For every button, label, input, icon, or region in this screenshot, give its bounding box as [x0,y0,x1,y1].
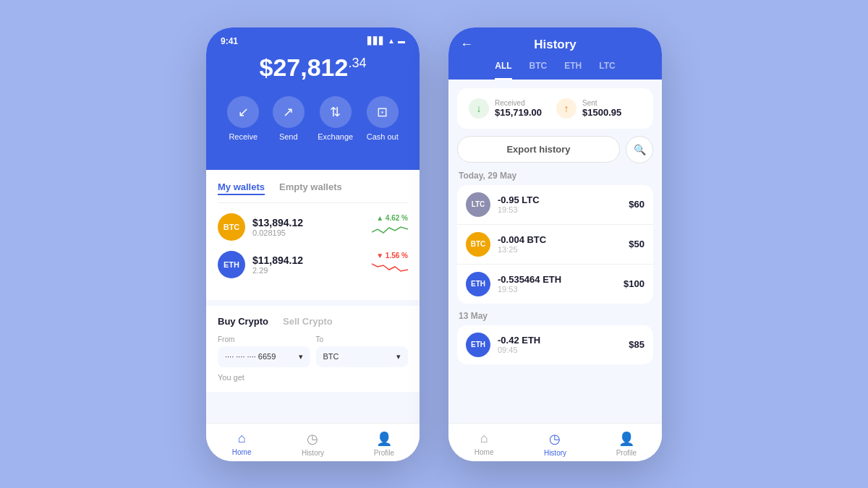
tx-btc[interactable]: BTC -0.004 BTC 13:25 $50 [457,225,653,265]
date-label-1: 13 May [448,311,662,325]
balance-main: $27,812 [260,53,349,81]
eth-tx-usd-2: $85 [629,339,644,350]
nav-home[interactable]: ⌂ Home [206,431,277,457]
status-time: 9:41 [221,36,238,46]
btc-tx-time: 13:25 [498,245,621,254]
buy-sell-section: Buy Crypto Sell Crypto From ···· ···· ··… [206,306,420,392]
receive-label: Receive [229,132,258,141]
btc-tx-usd: $50 [629,239,644,249]
eth-avatar: ETH [218,251,245,278]
eth-info: $11,894.12 2.29 [252,254,365,275]
search-button[interactable]: 🔍 [626,136,653,163]
wallet-eth[interactable]: ETH $11,894.12 2.29 ▼ 1.56 % [218,251,408,278]
btc-tx-amount: -0.004 BTC [498,234,621,245]
export-row: Export history 🔍 [448,136,662,163]
right-phone-header: ← History ALL BTC ETH LTC [448,27,662,80]
eth-tx-time-2: 09:45 [498,346,621,354]
eth-balance: $11,894.12 [252,254,365,266]
tx-ltc[interactable]: LTC -0.95 LTC 19:53 $60 [457,185,653,225]
to-chevron-icon: ▾ [396,352,401,361]
tx-eth-1[interactable]: ETH -0.535464 ETH 19:53 $100 [457,265,653,304]
sent-label: Sent [582,99,621,107]
to-select[interactable]: BTC ▾ [316,346,409,367]
you-get-label: You get [218,373,408,382]
right-profile-icon: 👤 [618,431,634,447]
btc-sub: 0.028195 [252,228,365,237]
received-label: Received [495,99,542,107]
back-button[interactable]: ← [460,37,473,52]
ltc-tx-info: -0.95 LTC 19:53 [498,194,621,214]
to-group: To BTC ▾ [316,335,409,367]
exchange-button[interactable]: ⇅ Exchange [318,96,353,141]
date-label-0: Today, 29 May [448,171,662,185]
tab-sell-crypto[interactable]: Sell Crypto [283,316,333,327]
tab-my-wallets[interactable]: My wallets [218,181,265,195]
tx-eth-2[interactable]: ETH -0.42 ETH 09:45 $85 [457,325,653,364]
sent-arrow-icon: ↑ [556,98,576,119]
eth-change: ▼ 1.56 % [372,252,408,260]
btc-tx-info: -0.004 BTC 13:25 [498,234,621,254]
history-body: ↓ Received $15,719.00 ↑ Sent $1500.95 Ex… [448,80,662,423]
cashout-button[interactable]: ⊡ Cash out [367,96,399,141]
nav-profile[interactable]: 👤 Profile [349,431,420,457]
right-nav-profile[interactable]: 👤 Profile [591,431,662,457]
tab-buy-crypto[interactable]: Buy Crypto [218,316,268,327]
sent-info: Sent $1500.95 [582,99,621,118]
right-nav-home[interactable]: ⌂ Home [448,431,519,457]
receive-icon: ↙ [227,96,259,128]
tab-btc[interactable]: BTC [529,61,548,80]
history-tabs: ALL BTC ETH LTC [460,61,650,80]
ltc-time: 19:53 [498,205,621,214]
status-icons: ▋▋▋ ▲ ▬ [367,37,405,45]
history-title: History [534,38,576,52]
home-icon: ⌂ [238,431,246,446]
tab-eth[interactable]: ETH [564,61,582,80]
right-history-icon: ◷ [549,431,561,447]
ltc-avatar: LTC [466,192,490,217]
received-arrow-icon: ↓ [469,98,489,119]
buy-sell-tabs: Buy Crypto Sell Crypto [218,316,408,327]
right-nav-profile-label: Profile [616,449,637,457]
tab-empty-wallets[interactable]: Empty wallets [279,181,342,195]
form-row: From ···· ···· ···· 6659 ▾ To BTC ▾ [218,335,408,367]
received-info: Received $15,719.00 [495,99,542,118]
tab-all[interactable]: ALL [495,61,511,80]
send-button[interactable]: ↗ Send [273,96,305,141]
history-header-row: ← History [460,38,650,52]
eth-chart-area: ▼ 1.56 % [372,252,408,277]
btc-tx-avatar: BTC [466,232,490,257]
eth-tx-amount-2: -0.42 ETH [498,335,621,346]
nav-home-label: Home [232,448,252,456]
nav-profile-label: Profile [374,449,394,457]
from-label: From [218,335,310,343]
from-chevron-icon: ▾ [299,352,303,361]
cashout-label: Cash out [367,132,399,141]
eth-tx-time-1: 19:53 [498,285,616,294]
eth-tx-info-2: -0.42 ETH 09:45 [498,335,621,354]
right-nav-history-label: History [544,449,566,457]
ltc-usd: $60 [629,199,644,210]
wifi-icon: ▲ [388,37,395,45]
eth-tx-usd-1: $100 [624,278,644,289]
export-history-button[interactable]: Export history [457,136,620,163]
right-nav-history[interactable]: ◷ History [519,431,590,457]
battery-icon: ▬ [398,37,405,45]
wallet-btc[interactable]: BTC $13,894.12 0.028195 ▲ 4.62 % [218,213,408,241]
tx-list-0: LTC -0.95 LTC 19:53 $60 BTC -0.004 BTC 1… [457,185,653,304]
btc-chart-area: ▲ 4.62 % [372,214,408,239]
left-phone-body: My wallets Empty wallets BTC $13,894.12 … [206,170,420,423]
receive-button[interactable]: ↙ Receive [227,96,259,141]
eth-tx-avatar-1: ETH [466,272,490,296]
nav-history[interactable]: ◷ History [277,431,348,457]
left-phone-header: 9:41 ▋▋▋ ▲ ▬ $27,812.34 ↙ Receive ↗ Send… [206,27,420,170]
tab-ltc[interactable]: LTC [599,61,615,80]
right-home-icon: ⌂ [480,431,488,446]
from-select[interactable]: ···· ···· ···· 6659 ▾ [218,346,310,367]
btc-avatar: BTC [218,213,245,241]
eth-tx-avatar-2: ETH [466,333,490,357]
left-bottom-nav: ⌂ Home ◷ History 👤 Profile [206,423,420,461]
sent-summary: ↑ Sent $1500.95 [556,98,621,119]
right-nav-home-label: Home [475,448,494,456]
ltc-amount: -0.95 LTC [498,194,621,205]
right-phone: ← History ALL BTC ETH LTC ↓ Received $15… [448,27,662,461]
